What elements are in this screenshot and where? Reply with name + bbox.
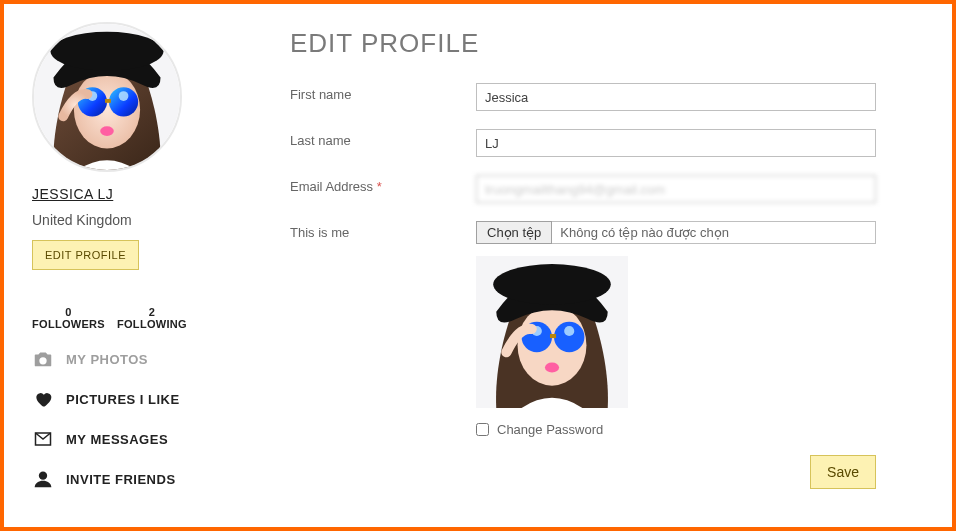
followers-label: FOLLOWERS [32,318,105,330]
first-name-input[interactable] [476,83,876,111]
nav-my-messages[interactable]: MY MESSAGES [32,428,230,450]
page-title: EDIT PROFILE [290,28,924,59]
svg-point-7 [119,91,129,101]
profile-avatar[interactable] [32,22,182,172]
following-count: 2 [117,306,187,318]
envelope-icon [32,428,54,450]
svg-rect-5 [105,99,111,103]
nav-label: MY MESSAGES [66,432,168,447]
svg-point-12 [493,264,611,305]
nav-label: PICTURES I LIKE [66,392,180,407]
change-password-label: Change Password [497,422,603,437]
this-is-me-label: This is me [290,221,476,240]
svg-point-9 [39,472,47,480]
email-input[interactable] [476,175,876,203]
svg-point-17 [564,326,574,336]
nav-pictures-i-like[interactable]: PICTURES I LIKE [32,388,230,410]
following-label: FOLLOWING [117,318,187,330]
avatar-image [34,24,180,170]
edit-profile-button[interactable]: EDIT PROFILE [32,240,139,270]
email-label: Email Address * [290,175,476,194]
first-name-label: First name [290,83,476,102]
followers-stat[interactable]: 0 FOLLOWERS [32,306,105,330]
change-password-checkbox[interactable] [476,423,489,436]
nav-label: MY PHOTOS [66,352,148,367]
nav-my-photos[interactable]: MY PHOTOS [32,348,230,370]
location-text: United Kingdom [32,212,230,228]
last-name-label: Last name [290,129,476,148]
svg-point-18 [545,362,559,372]
photo-preview [476,256,628,408]
save-button[interactable]: Save [810,455,876,489]
file-placeholder-text: Không có tệp nào được chọn [552,221,876,244]
required-asterisk: * [377,179,382,194]
person-icon [32,468,54,490]
last-name-input[interactable] [476,129,876,157]
heart-icon [32,388,54,410]
nav-invite-friends[interactable]: INVITE FRIENDS [32,468,230,490]
svg-point-8 [100,126,114,136]
followers-count: 0 [32,306,105,318]
username-link[interactable]: JESSICA LJ [32,186,230,202]
camera-icon [32,348,54,370]
svg-point-2 [51,32,164,71]
nav-label: INVITE FRIENDS [66,472,176,487]
svg-rect-15 [550,334,556,338]
file-choose-button[interactable]: Chọn tệp [476,221,552,244]
following-stat[interactable]: 2 FOLLOWING [117,306,187,330]
